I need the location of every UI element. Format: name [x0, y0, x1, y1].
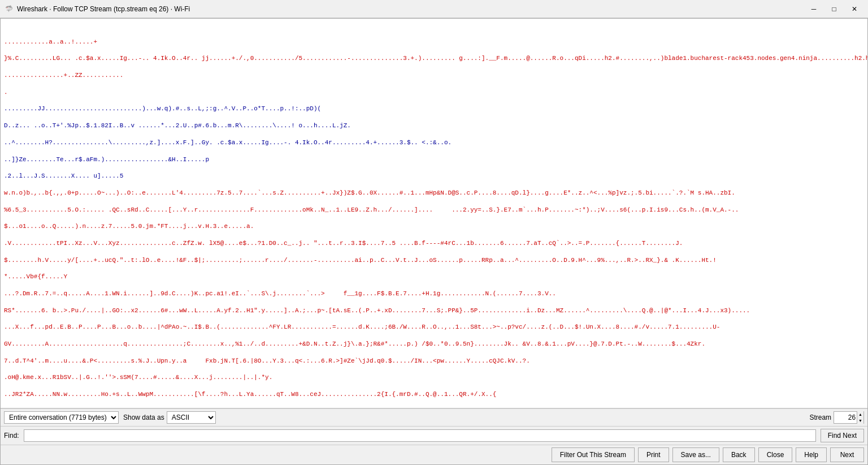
find-next-button[interactable]: Find Next — [821, 429, 864, 442]
app-icon: 🦈 — [5, 5, 14, 14]
find-input[interactable] — [24, 429, 816, 442]
stream-line: w.n.o)b.,..b{.,,.0+p.....O~...)..O:..e..… — [4, 189, 864, 197]
stream-line: .2..l...J.S.......X.... u].....5 — [4, 172, 864, 180]
stream-line: ..JR2*ZA.....NN.w.........Ho.+s..L..WwpM… — [4, 390, 864, 399]
controls-row2: Find: Find Next — [1, 427, 867, 445]
find-label: Find: — [4, 432, 19, 440]
stream-line: %6.5_3...........5.O.:..... .QC..sRd..C.… — [4, 206, 864, 214]
stream-line: ................+..ZZ........... — [4, 71, 864, 80]
close-button[interactable]: Close — [758, 447, 793, 462]
help-button[interactable]: Help — [796, 447, 827, 462]
stream-down-arrow[interactable]: ▼ — [857, 417, 863, 424]
stream-line: RS*.......6. b..>.Pu./....|..GO:..x2....… — [4, 307, 864, 315]
spinner-arrows: ▲ ▼ — [857, 411, 863, 424]
stream-line: }%.C.........LG... .c.$a.x.....Ig...-.. … — [4, 54, 864, 63]
title-bar: 🦈 Wireshark · Follow TCP Stream (tcp.str… — [0, 0, 868, 18]
stream-line: 7..d.T^4'..m....u....&.P<.........s.%.J.… — [4, 357, 864, 365]
controls-row3: Filter Out This Stream Print Save as... … — [1, 445, 867, 464]
print-button[interactable]: Print — [638, 447, 669, 462]
stream-line: ..^........H?...............\.........,z… — [4, 139, 864, 147]
stream-label-container: Stream ▲ ▼ — [809, 411, 864, 424]
stream-line: *.....Vb#{f.....Y — [4, 273, 864, 281]
stream-spinner: ▲ ▼ — [834, 411, 864, 424]
controls-row1: Entire conversation (7719 bytes) Show da… — [1, 409, 867, 427]
main-window: ............a..a..!.....+ }%.C.........L… — [0, 18, 868, 465]
stream-line: ..]}Ze........Te...r$.aFm.).............… — [4, 156, 864, 164]
stream-line: $........h.V.....y/[....+..ucQ."..t:.lO.… — [4, 256, 864, 265]
stream-up-arrow[interactable]: ▲ — [857, 411, 863, 417]
stream-line: ...X...f...pd..E.B..P....P...B...o..b...… — [4, 323, 864, 331]
stream-line: .........JJ..........................)..… — [4, 105, 864, 113]
stream-text-label: Stream — [809, 414, 831, 421]
stream-content-area[interactable]: ............a..a..!.....+ }%.C.........L… — [1, 19, 867, 408]
stream-line: GV.........A....................q.......… — [4, 340, 864, 348]
filter-out-button[interactable]: Filter Out This Stream — [552, 447, 635, 462]
restore-button[interactable]: □ — [825, 3, 843, 15]
window-controls: ─ □ ✕ — [805, 3, 863, 15]
stream-line: .oH@.kme.x...R1bSV..|.G..!.''>.sSM(7....… — [4, 373, 864, 382]
stream-line: . — [4, 88, 864, 97]
stream-line: .V............tPI..Xz...V...Xyz.........… — [4, 239, 864, 248]
conversation-dropdown-container: Entire conversation (7719 bytes) — [4, 411, 119, 424]
bottom-controls: Entire conversation (7719 bytes) Show da… — [1, 408, 867, 464]
window-close-button[interactable]: ✕ — [845, 3, 863, 15]
stream-line: D..z... ..o..T+'.%Jp..$.1.82I..B..v ....… — [4, 122, 864, 130]
stream-line: $...o1....o..Q.....).n....z.7.....5.0.jm… — [4, 222, 864, 231]
stream-input[interactable] — [834, 414, 857, 421]
show-data-as-dropdown[interactable]: ASCIIHex DumpC ArraysRawUTF-8YAML — [167, 411, 216, 424]
save-as-button[interactable]: Save as... — [672, 447, 719, 462]
conversation-dropdown[interactable]: Entire conversation (7719 bytes) — [4, 411, 119, 424]
back-button[interactable]: Back — [723, 447, 755, 462]
show-data-as-label: Show data as — [123, 414, 164, 421]
stream-line: ...?.Dm.R..7.=..q.....A....1.WN.i......]… — [4, 290, 864, 298]
stream-line: ............a..a..!.....+ — [4, 38, 864, 46]
minimize-button[interactable]: ─ — [805, 3, 823, 15]
show-data-as-container: Show data as ASCIIHex DumpC ArraysRawUTF… — [123, 411, 216, 424]
window-title: Wireshark · Follow TCP Stream (tcp.strea… — [17, 5, 805, 13]
next-button[interactable]: Next — [830, 447, 864, 462]
